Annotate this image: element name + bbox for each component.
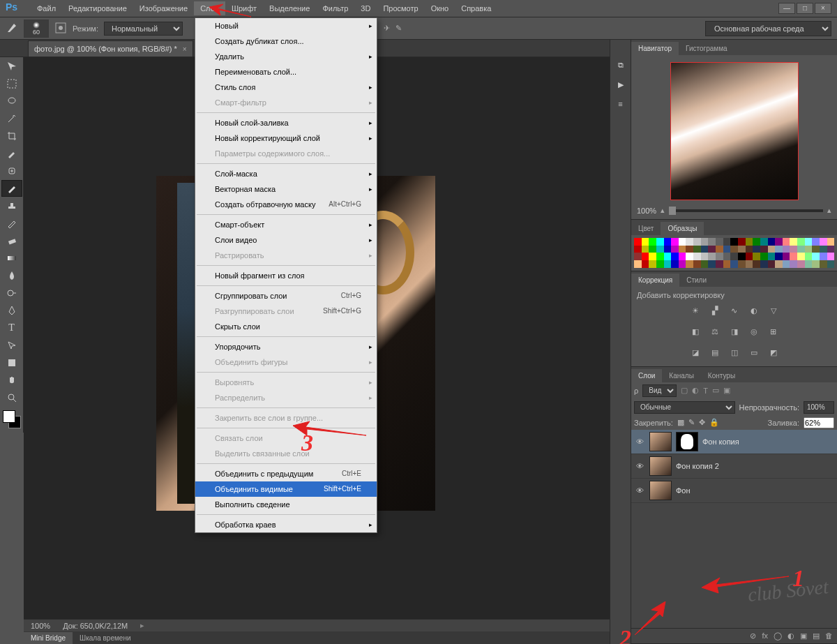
lock-pixels-icon[interactable]: ✎ xyxy=(688,418,695,427)
swatch[interactable] xyxy=(746,238,753,246)
maximize-button[interactable]: □ xyxy=(797,3,813,14)
zoom-level[interactable]: 100% xyxy=(31,622,50,630)
menu-слои[interactable]: Слои xyxy=(194,1,225,15)
vibrance-icon[interactable]: ▽ xyxy=(767,305,780,317)
selective-color-icon[interactable]: ◩ xyxy=(767,347,780,359)
menu-item[interactable]: Обработка краев xyxy=(195,517,377,532)
exposure-icon[interactable]: ◐ xyxy=(748,305,760,317)
new-group-icon[interactable]: ▣ xyxy=(800,631,807,641)
curves-icon[interactable]: ∿ xyxy=(728,305,741,317)
swatch[interactable] xyxy=(738,246,746,253)
airbrush-icon[interactable]: ✈ xyxy=(384,24,390,33)
healing-tool[interactable] xyxy=(1,163,22,179)
wand-tool[interactable] xyxy=(1,110,22,127)
filter-pixel-icon[interactable]: ▢ xyxy=(681,386,688,395)
menu-item[interactable]: Векторная маска xyxy=(195,181,377,197)
swatch[interactable] xyxy=(701,246,709,253)
workspace-switcher[interactable]: Основная рабочая среда xyxy=(705,21,831,36)
swatch[interactable] xyxy=(708,260,716,268)
swatch[interactable] xyxy=(790,246,797,253)
lock-transparency-icon[interactable]: ▩ xyxy=(677,418,684,427)
menu-справка[interactable]: Справка xyxy=(455,1,497,15)
path-select-tool[interactable] xyxy=(1,337,22,354)
menu-фильтр[interactable]: Фильтр xyxy=(316,1,354,15)
menu-item[interactable]: Слой-маска xyxy=(195,166,377,181)
swatch[interactable] xyxy=(812,246,820,253)
swatch[interactable] xyxy=(679,246,686,253)
lasso-tool[interactable] xyxy=(1,93,22,110)
swatch[interactable] xyxy=(649,260,656,268)
swatch[interactable] xyxy=(656,253,664,260)
swatch[interactable] xyxy=(723,253,731,260)
swatch[interactable] xyxy=(753,260,760,268)
bw-icon[interactable]: ◨ xyxy=(728,326,741,338)
tool-preset-icon[interactable] xyxy=(6,22,18,36)
swatch[interactable] xyxy=(790,253,797,260)
visibility-icon[interactable]: 👁 xyxy=(634,486,645,495)
swatch[interactable] xyxy=(679,238,686,246)
navigator-zoom-value[interactable]: 100% xyxy=(637,207,656,215)
swatch[interactable] xyxy=(797,260,805,268)
swatch[interactable] xyxy=(805,253,813,260)
menu-просмотр[interactable]: Просмотр xyxy=(377,1,424,15)
swatch[interactable] xyxy=(708,246,716,253)
swatch[interactable] xyxy=(679,253,686,260)
shape-tool[interactable] xyxy=(1,354,22,371)
zoom-in-icon[interactable]: ▴ xyxy=(827,206,831,215)
swatch[interactable] xyxy=(783,246,790,253)
actions-icon[interactable]: ▶ xyxy=(612,76,629,93)
swatch[interactable] xyxy=(649,246,656,253)
visibility-icon[interactable]: 👁 xyxy=(634,437,645,446)
tab-swatches[interactable]: Образцы xyxy=(661,222,704,235)
swatch[interactable] xyxy=(768,246,776,253)
swatch[interactable] xyxy=(797,253,805,260)
blend-mode-select[interactable]: Нормальный xyxy=(104,22,183,36)
swatch[interactable] xyxy=(775,260,783,268)
swatch[interactable] xyxy=(642,246,649,253)
swatch[interactable] xyxy=(701,238,709,246)
balance-icon[interactable]: ⚖ xyxy=(709,326,721,338)
swatch[interactable] xyxy=(634,253,642,260)
zoom-tool[interactable] xyxy=(1,389,22,406)
swatch[interactable] xyxy=(820,253,827,260)
swatches-grid[interactable] xyxy=(634,238,834,268)
swatch[interactable] xyxy=(775,246,783,253)
swatch[interactable] xyxy=(730,238,738,246)
swatch[interactable] xyxy=(686,253,693,260)
layer-name[interactable]: Фон копия 2 xyxy=(676,462,834,470)
swatch[interactable] xyxy=(820,246,827,253)
swatch[interactable] xyxy=(686,246,693,253)
navigator-zoom-slider[interactable] xyxy=(669,209,823,212)
stamp-tool[interactable] xyxy=(1,197,22,214)
swatch[interactable] xyxy=(664,238,672,246)
gradient-map-icon[interactable]: ▭ xyxy=(748,347,760,359)
navigator-thumbnail[interactable] xyxy=(670,62,799,200)
dodge-tool[interactable] xyxy=(1,285,22,301)
menu-item[interactable]: Создать дубликат слоя... xyxy=(195,33,377,49)
swatch[interactable] xyxy=(693,246,701,253)
swatch[interactable] xyxy=(716,253,723,260)
swatch[interactable] xyxy=(783,253,790,260)
marquee-tool[interactable] xyxy=(1,75,22,92)
close-button[interactable]: × xyxy=(815,3,831,14)
foreground-color-swatch[interactable] xyxy=(3,410,15,423)
type-tool[interactable]: T xyxy=(1,320,22,336)
swatch[interactable] xyxy=(753,253,760,260)
menu-изображение[interactable]: Изображение xyxy=(133,1,194,15)
opacity-input[interactable] xyxy=(804,401,834,414)
link-layers-icon[interactable]: ⊘ xyxy=(750,631,756,641)
zoom-out-icon[interactable]: ▴ xyxy=(661,206,665,215)
swatch[interactable] xyxy=(760,260,768,268)
menu-item[interactable]: Сгруппировать слоиCtrl+G xyxy=(195,288,377,304)
layer-row[interactable]: 👁 Фон копия xyxy=(631,430,837,454)
swatch[interactable] xyxy=(805,238,813,246)
swatch[interactable] xyxy=(693,238,701,246)
menu-item[interactable]: Новый слой-заливка xyxy=(195,115,377,130)
swatch[interactable] xyxy=(671,238,679,246)
menu-редактирование[interactable]: Редактирование xyxy=(62,1,133,15)
layer-row[interactable]: 👁 Фон копия 2 xyxy=(631,454,837,479)
menu-item[interactable]: Упорядочить xyxy=(195,339,377,354)
document-tab[interactable]: фото.jpg @ 100% (Фон копия, RGB/8#) * × xyxy=(28,40,193,57)
move-tool[interactable] xyxy=(1,58,22,75)
filter-shape-icon[interactable]: ▭ xyxy=(712,386,719,395)
